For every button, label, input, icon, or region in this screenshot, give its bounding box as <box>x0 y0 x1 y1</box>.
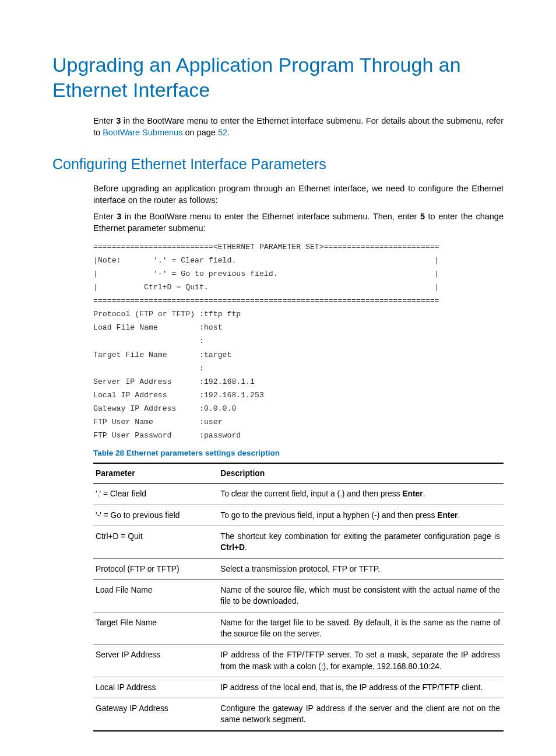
table-header-description: Description <box>220 463 504 484</box>
table-row: Ctrl+D = QuitThe shortcut key combinatio… <box>93 526 504 559</box>
config-steps-paragraph: Enter 3 in the BootWare menu to enter th… <box>93 211 504 235</box>
param-cell: '-' = Go to previous field <box>93 505 220 526</box>
description-cell: IP address of the FTP/TFTP server. To se… <box>220 645 504 677</box>
table-row: Local IP AddressIP address of the local … <box>93 677 504 698</box>
page-title: Upgrading an Application Program Through… <box>52 52 504 102</box>
param-cell: '.' = Clear field <box>93 484 220 505</box>
param-cell: Local IP Address <box>93 677 220 698</box>
intro-paragraph: Enter 3 in the BootWare menu to enter th… <box>93 115 504 139</box>
param-cell: Ctrl+D = Quit <box>93 526 220 559</box>
table-row: '.' = Clear fieldTo clear the current fi… <box>93 484 504 505</box>
description-cell: Name for the target file to be saved. By… <box>220 612 504 645</box>
description-cell: To clear the current field, input a (.) … <box>220 484 504 505</box>
description-cell: Select a transmission protocol, FTP or T… <box>220 558 504 579</box>
table-row: '-' = Go to previous fieldTo go to the p… <box>93 505 504 526</box>
description-cell: Configure the gateway IP address if the … <box>220 698 504 731</box>
description-cell: To go to the previous field, input a hyp… <box>220 505 504 526</box>
table-row: Load File NameName of the source file, w… <box>93 579 504 612</box>
description-cell: The shortcut key combination for exiting… <box>220 526 504 559</box>
param-cell: Gateway IP Address <box>93 698 220 731</box>
param-cell: Server IP Address <box>93 645 220 677</box>
table-row: Server IP AddressIP address of the FTP/T… <box>93 645 504 677</box>
param-cell: Target File Name <box>93 612 220 645</box>
section-heading-configuring: Configuring Ethernet Interface Parameter… <box>52 154 504 174</box>
param-cell: Load File Name <box>93 579 220 612</box>
table-row: Protocol (FTP or TFTP)Select a transmiss… <box>93 558 504 579</box>
page-ref-link[interactable]: 52 <box>218 128 227 137</box>
description-cell: Name of the source file, which must be c… <box>220 579 504 612</box>
ethernet-parameters-table: Parameter Description '.' = Clear fieldT… <box>93 463 504 732</box>
param-cell: Protocol (FTP or TFTP) <box>93 558 220 579</box>
table-caption: Table 28 Ethernet parameters settings de… <box>93 448 504 459</box>
table-row: Gateway IP AddressConfigure the gateway … <box>93 698 504 731</box>
table-row: Target File NameName for the target file… <box>93 612 504 645</box>
ethernet-parameter-terminal-output: ==========================<ETHERNET PARA… <box>93 240 504 442</box>
bootware-submenus-link[interactable]: BootWare Submenus <box>103 128 182 137</box>
description-cell: IP address of the local end, that is, th… <box>220 677 504 698</box>
config-intro-paragraph: Before upgrading an application program … <box>93 183 504 206</box>
table-header-parameter: Parameter <box>93 463 220 484</box>
